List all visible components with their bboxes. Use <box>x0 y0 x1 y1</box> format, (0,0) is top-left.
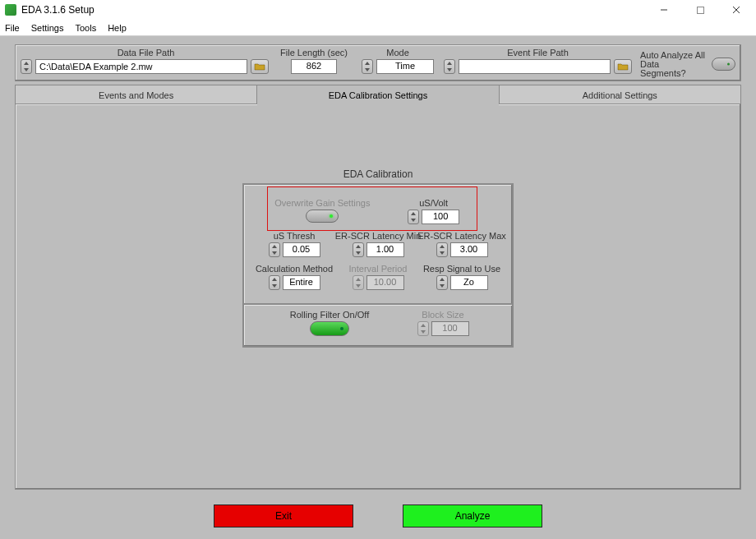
interval-value: 10.00 <box>366 275 404 290</box>
mode-label: Mode <box>357 48 439 58</box>
respsignal-label: Resp Signal to Use <box>423 264 500 274</box>
file-length-label: File Length (sec) <box>276 48 352 58</box>
event-file-path-label: Event File Path <box>444 48 632 58</box>
svg-marker-23 <box>421 324 426 327</box>
blocksize-spinner <box>417 321 429 336</box>
svg-marker-18 <box>272 284 277 288</box>
svg-marker-7 <box>447 62 452 65</box>
event-file-path-input[interactable] <box>459 59 611 74</box>
usvolt-label: uS/Volt <box>419 198 448 208</box>
svg-marker-17 <box>272 278 277 281</box>
svg-marker-9 <box>411 212 416 215</box>
latmax-spinner[interactable] <box>436 242 448 257</box>
tab-content: EDA Calibration Overwrite Gain Settings … <box>15 104 741 490</box>
latmin-label: ER-SCR Latency Min <box>335 231 422 241</box>
svg-marker-22 <box>440 284 445 288</box>
svg-marker-6 <box>365 68 370 71</box>
auto-analyze-toggle[interactable] <box>712 58 736 71</box>
maximize-button[interactable] <box>682 0 718 20</box>
respsignal-spinner[interactable] <box>436 275 448 290</box>
app-icon <box>5 4 16 16</box>
auto-analyze-label: Auto Analyze All Data Segments? <box>640 51 707 78</box>
menu-tools[interactable]: Tools <box>75 23 96 33</box>
blocksize-value: 100 <box>431 321 469 336</box>
svg-marker-15 <box>440 245 445 248</box>
svg-marker-19 <box>356 278 361 281</box>
svg-marker-11 <box>272 245 277 248</box>
tab-additional-settings[interactable]: Additional Settings <box>500 85 741 104</box>
file-length-value: 862 <box>291 59 337 74</box>
rolling-filter-label: Rolling Filter On/Off <box>290 310 369 320</box>
svg-marker-8 <box>447 68 452 71</box>
overwrite-gain-toggle[interactable] <box>306 210 339 223</box>
svg-marker-10 <box>411 219 416 222</box>
usthresh-spinner[interactable] <box>269 242 280 257</box>
usthresh-label: uS Thresh <box>274 231 316 241</box>
latmax-label: ER-SCR Latency Max <box>417 231 506 241</box>
auto-analyze-block: Auto Analyze All Data Segments? <box>637 51 735 78</box>
calcmethod-value[interactable]: Entire <box>283 275 320 290</box>
menu-file[interactable]: File <box>5 23 20 33</box>
calcmethod-label: Calculation Method <box>256 264 333 274</box>
event-file-path-spinner[interactable] <box>444 59 455 74</box>
minimize-button[interactable] <box>646 0 682 20</box>
svg-marker-21 <box>440 278 445 281</box>
client-area: Data File Path File Length (sec) 862 Mod… <box>0 36 756 539</box>
latmin-spinner[interactable] <box>353 242 364 257</box>
interval-label: Interval Period <box>349 264 408 274</box>
analyze-button[interactable]: Analyze <box>403 504 542 527</box>
tabstrip: Events and Modes EDA Calibration Setting… <box>15 85 741 104</box>
calcmethod-spinner[interactable] <box>269 275 280 290</box>
usvolt-spinner[interactable] <box>408 210 419 224</box>
menubar: File Settings Tools Help <box>0 20 756 36</box>
latmin-value[interactable]: 1.00 <box>366 242 404 257</box>
rolling-filter-toggle[interactable] <box>310 321 349 336</box>
respsignal-value[interactable]: Zo <box>450 275 488 290</box>
event-file-browse-button[interactable] <box>614 59 632 74</box>
top-panel: Data File Path File Length (sec) 862 Mod… <box>15 44 741 81</box>
data-file-path-spinner[interactable] <box>21 59 32 74</box>
bottom-bar: Exit Analyze <box>0 504 756 527</box>
overwrite-gain-label: Overwrite Gain Settings <box>274 198 370 208</box>
svg-marker-24 <box>421 330 426 334</box>
svg-marker-12 <box>272 251 277 255</box>
calibration-panel: Overwrite Gain Settings uS/Volt 100 <box>242 183 514 348</box>
window-title: EDA 3.1.6 Setup <box>21 4 646 16</box>
section-title: EDA Calibration <box>16 168 740 180</box>
exit-button[interactable]: Exit <box>214 504 353 527</box>
mode-spinner[interactable] <box>362 59 373 74</box>
mode-value[interactable]: Time <box>376 59 434 74</box>
interval-spinner <box>353 275 364 290</box>
menu-help[interactable]: Help <box>108 23 127 33</box>
data-file-path-label: Data File Path <box>21 48 271 58</box>
data-file-browse-button[interactable] <box>251 59 269 74</box>
usvolt-value[interactable]: 100 <box>422 210 459 224</box>
svg-marker-16 <box>440 251 445 255</box>
svg-marker-3 <box>24 62 29 65</box>
svg-marker-13 <box>356 245 361 248</box>
tab-eda-calibration[interactable]: EDA Calibration Settings <box>257 85 499 104</box>
titlebar: EDA 3.1.6 Setup <box>0 0 756 20</box>
svg-marker-4 <box>24 68 29 71</box>
close-button[interactable] <box>718 0 754 20</box>
blocksize-label: Block Size <box>422 310 463 320</box>
svg-marker-5 <box>365 62 370 65</box>
svg-marker-14 <box>356 251 361 255</box>
usthresh-value[interactable]: 0.05 <box>283 242 320 257</box>
menu-settings[interactable]: Settings <box>31 23 64 33</box>
tab-events-and-modes[interactable]: Events and Modes <box>15 85 257 104</box>
latmax-value[interactable]: 3.00 <box>450 242 488 257</box>
svg-marker-20 <box>356 284 361 288</box>
data-file-path-input[interactable] <box>35 59 247 74</box>
